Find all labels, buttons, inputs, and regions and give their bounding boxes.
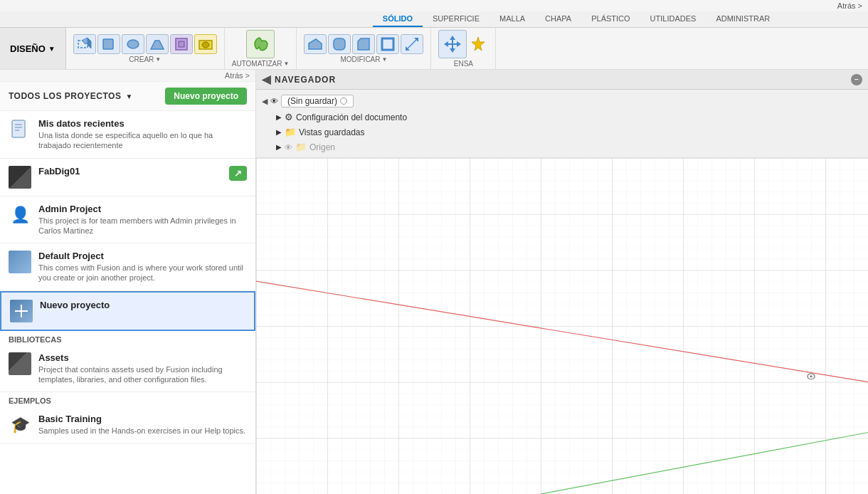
navigator-back-arrow[interactable]: ◀ <box>262 73 270 86</box>
tab-malla[interactable]: MALLA <box>489 11 535 27</box>
crear-group: CREAR▼ <box>66 28 225 69</box>
admin-project-item[interactable]: 👤 Admin Project This project is for team… <box>0 196 255 244</box>
fabdig01-icon <box>9 166 31 189</box>
navigator-title: NAVEGADOR <box>275 75 847 85</box>
svg-rect-13 <box>382 38 393 50</box>
fabdig01-name: FabDig01 <box>38 166 80 177</box>
config-gear-icon: ⚙ <box>285 112 293 122</box>
admin-project-desc: This project is for team members with Ad… <box>38 216 247 236</box>
vistas-label: Vistas guardadas <box>299 127 365 137</box>
tab-superficie[interactable]: SUPERFICIE <box>423 11 489 27</box>
design-dropdown-icon: ▼ <box>48 45 55 53</box>
svg-point-9 <box>202 42 209 48</box>
fabdig01-info: FabDig01 <box>38 166 80 178</box>
document-unsaved-badge[interactable]: (Sin guardar) <box>281 95 354 107</box>
hole-icon[interactable] <box>194 34 217 54</box>
nuevo-proyecto-item[interactable]: Nuevo proyecto <box>0 291 255 331</box>
libraries-section-title: BIBLIOTECAS <box>0 331 255 345</box>
svg-marker-19 <box>444 41 448 47</box>
svg-point-35 <box>810 375 813 377</box>
default-project-name: Default Project <box>38 251 247 261</box>
recent-info: Mis datos recientes Una lista donde se e… <box>38 118 247 151</box>
recent-data-item[interactable]: Mis datos recientes Una lista donde se e… <box>0 111 255 159</box>
push-pull-icon[interactable] <box>304 34 327 54</box>
tab-administrar[interactable]: ADMINISTRAR <box>706 11 780 27</box>
crear-label[interactable]: CREAR▼ <box>129 56 161 63</box>
vistas-folder-icon: 📁 <box>285 127 296 137</box>
tab-utilidades[interactable]: UTILIDADES <box>640 11 706 27</box>
projects-dropdown-icon: ▼ <box>125 93 132 100</box>
svg-rect-29 <box>21 305 22 317</box>
svg-point-4 <box>127 40 139 48</box>
navigator-close-btn[interactable]: − <box>851 74 862 85</box>
svg-marker-20 <box>457 41 461 47</box>
all-projects-toggle[interactable]: TODOS LOS PROYECTOS ▼ <box>9 91 132 101</box>
rib-icon[interactable] <box>170 34 193 54</box>
projects-section-title: TODOS LOS PROYECTOS <box>9 91 121 101</box>
revolve-icon[interactable] <box>97 34 120 54</box>
unsaved-label: (Sin guardar) <box>287 96 337 106</box>
back-link[interactable]: Atrás > <box>0 0 868 11</box>
vistas-guardadas-item[interactable]: ▶ 📁 Vistas guardadas <box>256 125 868 140</box>
sweep-icon[interactable] <box>122 34 144 54</box>
navigator-bar: ◀ NAVEGADOR − <box>256 70 868 90</box>
svg-marker-10 <box>309 39 322 49</box>
canvas-viewport[interactable] <box>256 158 868 494</box>
modificar-group: MODIFICAR▼ <box>297 28 431 69</box>
automatizar-label[interactable]: AUTOMATIZAR▼ <box>232 60 290 68</box>
fabdig01-badge: ↗ <box>229 166 247 181</box>
default-project-info: Default Project This comes with Fusion a… <box>38 251 247 283</box>
assets-item[interactable]: Assets Project that contains assets used… <box>0 345 255 393</box>
design-button[interactable]: DISEÑO ▼ <box>0 28 66 69</box>
config-expand-arrow[interactable]: ▶ <box>276 113 282 121</box>
svg-rect-3 <box>103 39 113 49</box>
sidebar-header: TODOS LOS PROYECTOS ▼ Nuevo proyecto <box>0 82 255 111</box>
design-label: DISEÑO <box>10 43 46 54</box>
admin-project-info: Admin Project This project is for team m… <box>38 204 247 236</box>
scale-icon[interactable] <box>401 34 423 54</box>
tab-solido[interactable]: SÓLIDO <box>373 11 423 27</box>
origen-eye-icon[interactable]: 👁 <box>285 143 292 152</box>
admin-project-name: Admin Project <box>38 204 247 214</box>
root-collapse-arrow[interactable]: ◀ <box>262 97 268 106</box>
shell-icon[interactable] <box>376 34 399 54</box>
recent-desc: Una lista donde se especifica aquello en… <box>38 130 247 151</box>
basic-training-item[interactable]: 🎓 Basic Training Samples used in the Han… <box>0 406 255 444</box>
examples-section-title: EJEMPLOS <box>0 392 255 406</box>
back-navigation[interactable]: Atrás > <box>0 70 255 82</box>
svg-marker-23 <box>472 37 485 51</box>
svg-rect-31 <box>256 158 868 494</box>
vistas-expand-arrow[interactable]: ▶ <box>276 128 282 136</box>
extrude-icon[interactable] <box>73 34 96 54</box>
svg-marker-17 <box>450 36 455 40</box>
document-root[interactable]: ◀ 👁 (Sin guardar) <box>256 93 868 110</box>
automatizar-icon[interactable] <box>246 30 275 58</box>
nuevo-proyecto-name: Nuevo proyecto <box>40 300 245 310</box>
loft-icon[interactable] <box>146 34 169 54</box>
config-documento-item[interactable]: ▶ ⚙ Configuración del documento <box>256 110 868 125</box>
tab-chapa[interactable]: CHAPA <box>535 11 581 27</box>
tree-panel: ◀ 👁 (Sin guardar) ▶ ⚙ Configuración del … <box>256 90 868 158</box>
svg-rect-11 <box>334 38 345 50</box>
modificar-label[interactable]: MODIFICAR▼ <box>340 56 387 63</box>
assets-desc: Project that contains assets used by Fus… <box>38 364 247 385</box>
new-project-button[interactable]: Nuevo proyecto <box>165 88 247 105</box>
origen-item[interactable]: ▶ 👁 📁 Origen <box>256 140 868 154</box>
tab-plastico[interactable]: PLÁSTICO <box>581 11 640 27</box>
autodesk-star-icon[interactable] <box>468 34 488 54</box>
recent-icon <box>9 118 31 141</box>
basic-training-info: Basic Training Samples used in the Hands… <box>38 414 247 436</box>
fabdig01-item[interactable]: FabDig01 ↗ <box>0 159 255 196</box>
eye-icon[interactable]: 👁 <box>270 97 278 105</box>
unsaved-dot <box>340 98 347 105</box>
default-project-item[interactable]: Default Project This comes with Fusion a… <box>0 243 255 291</box>
config-label: Configuración del documento <box>296 112 407 122</box>
svg-marker-5 <box>151 41 164 49</box>
fillet-icon[interactable] <box>328 34 351 54</box>
origen-expand-arrow[interactable]: ▶ <box>276 143 282 151</box>
ensamblar-group: ENSA <box>431 28 496 69</box>
chamfer-icon[interactable] <box>352 34 375 54</box>
assets-info: Assets Project that contains assets used… <box>38 352 247 385</box>
canvas-svg <box>256 158 868 494</box>
move-icon[interactable] <box>438 30 467 58</box>
